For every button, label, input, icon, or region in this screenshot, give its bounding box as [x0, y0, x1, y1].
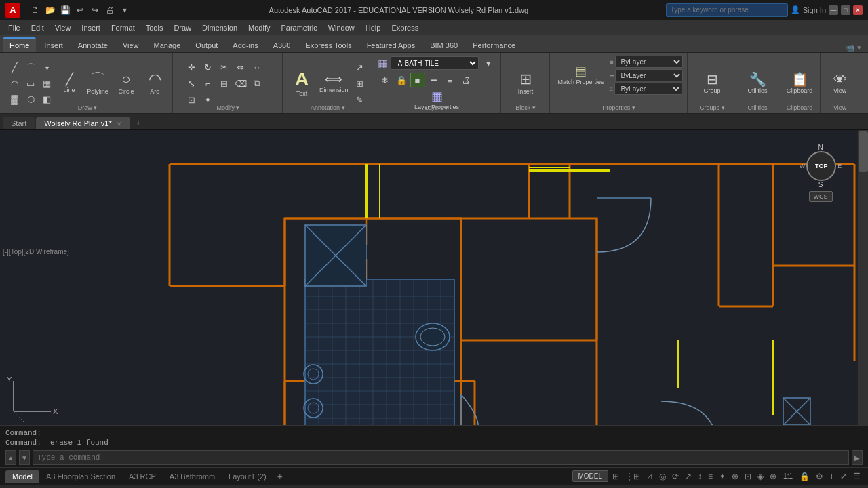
scrollbar-thumb[interactable]	[859, 131, 868, 172]
tab-view[interactable]: View	[116, 39, 146, 52]
menu-dimension[interactable]: Dimension	[197, 22, 243, 33]
menu-tools[interactable]: Tools	[140, 22, 169, 33]
scrollbar-right[interactable]	[857, 130, 868, 425]
menu-help[interactable]: Help	[360, 22, 387, 33]
tab-bim360[interactable]: BIM 360	[423, 39, 465, 52]
minimize-button[interactable]: —	[829, 5, 838, 15]
block-group-label[interactable]: Block ▾	[502, 104, 549, 111]
anno-icon[interactable]: ◈	[755, 472, 766, 481]
tab-a360[interactable]: A360	[267, 39, 298, 52]
menu-window[interactable]: Window	[323, 22, 360, 33]
line-big-button[interactable]: ╱ Line	[56, 72, 83, 95]
sel-icon[interactable]: ⊡	[743, 472, 753, 481]
menu-file[interactable]: File	[3, 22, 26, 33]
hatch-tool[interactable]: ▦	[39, 76, 54, 91]
group-button[interactable]: ⊟ Group	[698, 71, 726, 96]
tab-featured-apps[interactable]: Featured Apps	[360, 39, 422, 52]
stretch-tool[interactable]: ↔	[250, 60, 264, 75]
table-tool[interactable]: ⊞	[353, 76, 368, 91]
arc-big-button[interactable]: ◠ Arc	[141, 70, 168, 96]
match-properties-button[interactable]: ▤ Match Properties	[555, 64, 607, 87]
layout-tab-bathroom[interactable]: A3 Bathromm	[163, 470, 222, 483]
lineweight-dropdown[interactable]: ByLayer	[614, 83, 682, 95]
tab-addins[interactable]: Add-ins	[226, 39, 264, 52]
menu-draw[interactable]: Draw	[168, 22, 197, 33]
close-button[interactable]: ✕	[853, 5, 863, 15]
cmd-settings-btn[interactable]: ▶	[852, 450, 863, 465]
ribbon-tab-options[interactable]: 📹 ▾	[842, 43, 865, 52]
3d-icon[interactable]: ↗	[683, 472, 694, 481]
properties-group-label[interactable]: Properties ▾	[551, 104, 687, 111]
menu-format[interactable]: Format	[106, 22, 140, 33]
fillet-tool[interactable]: ⌐	[201, 76, 216, 91]
rectangle-tool[interactable]: ▭	[23, 76, 38, 91]
grid-icon[interactable]: ⊞	[610, 472, 621, 481]
color-dropdown[interactable]: ByLayer	[615, 56, 683, 68]
arc-tool[interactable]: ◠	[7, 76, 22, 91]
rotate-tool[interactable]: ↻	[201, 60, 216, 75]
zoom-in-icon[interactable]: +	[827, 472, 836, 481]
mirror-tool[interactable]: ⇔	[233, 60, 248, 75]
trim-tool[interactable]: ✂	[217, 60, 232, 75]
dynin-icon[interactable]: ↕	[696, 472, 704, 481]
draw-group-label[interactable]: Draw ▾	[3, 104, 172, 111]
dimension-big-button[interactable]: ⟺ Dimension	[317, 72, 351, 95]
custom-icon[interactable]: ☰	[851, 472, 863, 481]
layer-dropdown[interactable]: A-BATH-TILE	[391, 56, 479, 70]
polyline-big-button[interactable]: ⌒ Polyline	[84, 70, 111, 96]
drawing-area[interactable]: [-][Top][2D Wireframe]	[0, 130, 868, 425]
signin-label[interactable]: Sign In	[803, 6, 826, 14]
layer-lock-btn[interactable]: 🔒	[394, 73, 409, 87]
circle-sub-btn[interactable]: ▾	[39, 60, 54, 75]
tab-annotate[interactable]: Annotate	[71, 39, 115, 52]
tab-performance[interactable]: Performance	[466, 39, 522, 52]
model-button[interactable]: MODEL	[572, 470, 609, 482]
tab-insert[interactable]: Insert	[37, 39, 70, 52]
snap-icon[interactable]: ⋮⊞	[623, 472, 642, 481]
array-tool[interactable]: ⊞	[217, 76, 232, 91]
line-tool[interactable]: ╱	[7, 60, 22, 75]
layer-linetype-btn[interactable]: ━	[427, 73, 441, 87]
erase-tool[interactable]: ⌫	[233, 76, 248, 91]
layer-color-btn[interactable]: ■	[410, 73, 425, 87]
open-button[interactable]: 📂	[43, 3, 57, 17]
command-input[interactable]	[33, 450, 849, 465]
menu-express[interactable]: Express	[386, 22, 424, 33]
modify-group-label[interactable]: Modify ▾	[174, 104, 282, 111]
clipboard-button[interactable]: 📋 Clipboard	[784, 71, 816, 96]
copy-tool[interactable]: ⧉	[250, 76, 264, 91]
add-layout-button[interactable]: +	[273, 470, 287, 483]
doc-tab-close[interactable]: ✕	[117, 121, 122, 127]
leader-tool[interactable]: ↗	[353, 60, 368, 75]
text-big-button[interactable]: A Text	[288, 68, 315, 98]
qp-icon[interactable]: ⊕	[730, 472, 741, 481]
polyline-tool[interactable]: ⌒	[23, 60, 38, 75]
plot-button[interactable]: 🖨	[103, 3, 117, 17]
settings-icon[interactable]: ⚙	[814, 472, 825, 481]
cmd-scroll-down[interactable]: ▼	[19, 450, 30, 465]
annotation-group-label[interactable]: Annotation ▾	[284, 104, 372, 111]
search-input[interactable]	[666, 3, 788, 17]
new-tab-button[interactable]: +	[132, 116, 145, 129]
menu-view[interactable]: View	[50, 22, 77, 33]
model-tab[interactable]: Model	[5, 470, 39, 483]
dropdown-arrow[interactable]: ▾	[118, 3, 132, 17]
groups-group-label[interactable]: Groups ▾	[689, 104, 736, 111]
layer-freeze-btn[interactable]: ❄	[378, 73, 393, 87]
ws-icon[interactable]: ⊕	[768, 472, 778, 481]
utilities-button[interactable]: 🔧 Utilities	[744, 71, 771, 96]
cmd-scroll-up[interactable]: ▲	[5, 450, 16, 465]
redo-button[interactable]: ↪	[88, 3, 102, 17]
move-tool[interactable]: ✛	[184, 60, 199, 75]
tab-manage[interactable]: Manage	[147, 39, 188, 52]
layout-tab-rcp[interactable]: A3 RCP	[122, 470, 163, 483]
tab-output[interactable]: Output	[189, 39, 224, 52]
lineweight-icon[interactable]: ≡	[706, 472, 715, 481]
scale-tool[interactable]: ⤡	[184, 76, 199, 91]
save-button[interactable]: 💾	[58, 3, 72, 17]
menu-parametric[interactable]: Parametric	[275, 22, 322, 33]
linetype-dropdown[interactable]: ByLayer	[615, 69, 683, 81]
new-button[interactable]: 🗋	[28, 3, 42, 17]
tab-express-tools[interactable]: Express Tools	[298, 39, 358, 52]
menu-insert[interactable]: Insert	[76, 22, 106, 33]
